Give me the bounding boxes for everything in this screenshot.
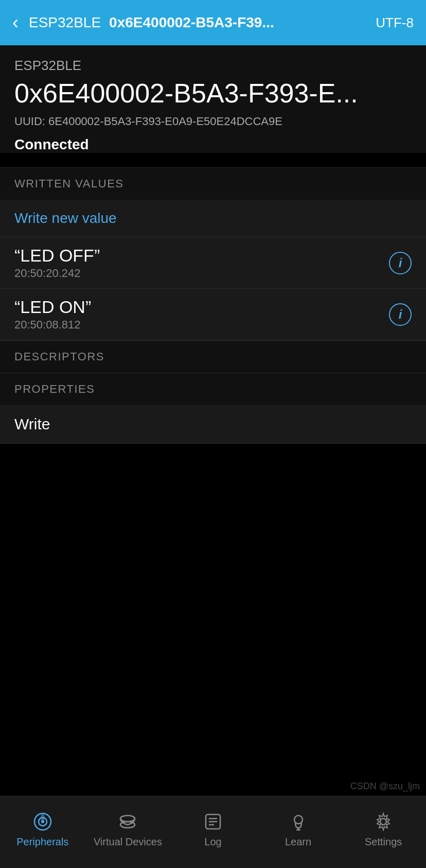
device-info-section: ESP32BLE 0x6E400002-B5A3-F393-E... UUID:… <box>0 45 426 153</box>
value-row-led-on[interactable]: “LED ON” 20:50:08.812 i <box>0 289 426 340</box>
peripherals-icon <box>32 811 53 832</box>
value-label-led-off: “LED OFF” <box>14 246 100 266</box>
nav-item-learn[interactable]: Learn <box>256 811 341 853</box>
value-timestamp-led-on: 20:50:08.812 <box>14 318 91 332</box>
value-row-led-off-left: “LED OFF” 20:50:20.242 <box>14 246 100 280</box>
watermark: CSDN @szu_ljm <box>350 781 420 792</box>
content-area: ESP32BLE 0x6E400002-B5A3-F393-E... UUID:… <box>0 45 426 796</box>
virtual-devices-icon <box>117 811 138 832</box>
device-type-label: ESP32BLE <box>14 58 412 74</box>
nav-label-virtual-devices: Virtual Devices <box>94 836 162 848</box>
svg-point-2 <box>41 820 44 823</box>
descriptors-header: DESCRIPTORS <box>0 340 426 373</box>
nav-item-peripherals[interactable]: Peripherals <box>0 811 85 853</box>
svg-point-3 <box>120 815 135 822</box>
write-new-value-label: Write new value <box>14 210 117 226</box>
connection-status: Connected <box>14 136 412 153</box>
properties-header: PROPERTIES <box>0 373 426 405</box>
info-icon-led-off[interactable]: i <box>389 252 412 274</box>
value-row-led-on-left: “LED ON” 20:50:08.812 <box>14 297 91 332</box>
nav-item-settings[interactable]: Settings <box>341 811 426 853</box>
uuid-text: UUID: 6E400002-B5A3-F393-E0A9-E50E24DCCA… <box>14 115 412 128</box>
property-row-write[interactable]: Write <box>0 405 426 444</box>
header-device-id: 0x6E400002-B5A3-F39... <box>109 14 367 31</box>
info-icon-led-on[interactable]: i <box>389 303 412 326</box>
learn-icon <box>288 811 309 832</box>
property-write-label: Write <box>14 415 50 432</box>
nav-label-peripherals: Peripherals <box>16 836 68 848</box>
written-values-header: WRITTEN VALUES <box>0 167 426 200</box>
svg-point-9 <box>294 815 303 824</box>
header-device-name: ESP32BLE <box>29 14 101 31</box>
value-row-led-off[interactable]: “LED OFF” 20:50:20.242 i <box>0 237 426 289</box>
settings-icon <box>373 811 394 832</box>
nav-label-settings: Settings <box>365 836 402 848</box>
empty-space <box>0 444 426 753</box>
bottom-nav: Peripherals Virtual Devices Log Learn <box>0 796 426 868</box>
value-timestamp-led-off: 20:50:20.242 <box>14 267 100 280</box>
write-new-value-row[interactable]: Write new value <box>0 200 426 237</box>
svg-point-12 <box>380 819 386 825</box>
nav-item-virtual-devices[interactable]: Virtual Devices <box>85 811 171 853</box>
top-bar: ‹ ESP32BLE 0x6E400002-B5A3-F39... UTF-8 <box>0 0 426 45</box>
written-values-section: Write new value “LED OFF” 20:50:20.242 i… <box>0 200 426 340</box>
value-label-led-on: “LED ON” <box>14 297 91 317</box>
nav-label-learn: Learn <box>285 836 311 848</box>
nav-item-log[interactable]: Log <box>170 811 256 853</box>
device-id-large: 0x6E400002-B5A3-F393-E... <box>14 78 412 109</box>
header-encoding: UTF-8 <box>376 15 414 31</box>
log-icon <box>203 811 223 832</box>
back-button[interactable]: ‹ <box>12 13 19 32</box>
nav-label-log: Log <box>204 836 221 848</box>
